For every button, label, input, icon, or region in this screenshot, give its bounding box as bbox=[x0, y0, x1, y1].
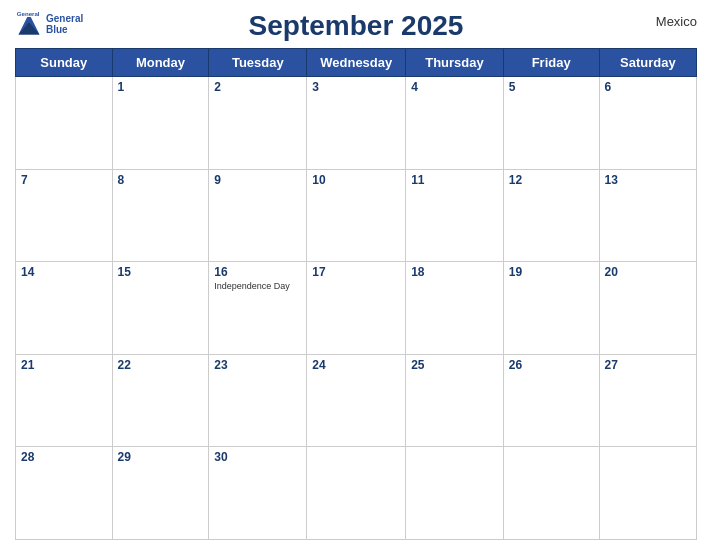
calendar-cell: 10 bbox=[307, 169, 406, 262]
calendar-cell: 9 bbox=[209, 169, 307, 262]
day-number: 16 bbox=[214, 265, 301, 279]
day-number: 14 bbox=[21, 265, 107, 279]
day-number: 29 bbox=[118, 450, 204, 464]
day-number: 28 bbox=[21, 450, 107, 464]
month-title: September 2025 bbox=[249, 10, 464, 42]
calendar-cell: 17 bbox=[307, 262, 406, 355]
calendar-cell: 8 bbox=[112, 169, 209, 262]
country-label: Mexico bbox=[656, 14, 697, 29]
header-tuesday: Tuesday bbox=[209, 49, 307, 77]
calendar-cell: 11 bbox=[406, 169, 504, 262]
calendar-cell: 12 bbox=[503, 169, 599, 262]
day-number: 13 bbox=[605, 173, 691, 187]
calendar-cell: 15 bbox=[112, 262, 209, 355]
days-header-row: Sunday Monday Tuesday Wednesday Thursday… bbox=[16, 49, 697, 77]
day-number: 15 bbox=[118, 265, 204, 279]
calendar-cell bbox=[16, 77, 113, 170]
logo-icon: General bbox=[15, 10, 43, 38]
svg-text:General: General bbox=[17, 10, 40, 17]
calendar-wrapper: General General Blue September 2025 Mexi… bbox=[0, 0, 712, 550]
calendar-cell: 24 bbox=[307, 354, 406, 447]
day-number: 30 bbox=[214, 450, 301, 464]
calendar-cell: 30 bbox=[209, 447, 307, 540]
calendar-header: General General Blue September 2025 Mexi… bbox=[15, 10, 697, 42]
logo-area: General General Blue bbox=[15, 10, 83, 38]
calendar-cell: 21 bbox=[16, 354, 113, 447]
day-number: 22 bbox=[118, 358, 204, 372]
calendar-table: Sunday Monday Tuesday Wednesday Thursday… bbox=[15, 48, 697, 540]
calendar-week-row: 141516Independence Day17181920 bbox=[16, 262, 697, 355]
day-number: 25 bbox=[411, 358, 498, 372]
calendar-cell: 22 bbox=[112, 354, 209, 447]
day-number: 12 bbox=[509, 173, 594, 187]
calendar-cell: 3 bbox=[307, 77, 406, 170]
calendar-cell bbox=[599, 447, 696, 540]
day-number: 5 bbox=[509, 80, 594, 94]
day-number: 24 bbox=[312, 358, 400, 372]
calendar-cell: 5 bbox=[503, 77, 599, 170]
day-number: 20 bbox=[605, 265, 691, 279]
day-number: 8 bbox=[118, 173, 204, 187]
calendar-week-row: 21222324252627 bbox=[16, 354, 697, 447]
calendar-week-row: 123456 bbox=[16, 77, 697, 170]
calendar-cell: 27 bbox=[599, 354, 696, 447]
calendar-cell bbox=[307, 447, 406, 540]
day-number: 9 bbox=[214, 173, 301, 187]
header-thursday: Thursday bbox=[406, 49, 504, 77]
header-monday: Monday bbox=[112, 49, 209, 77]
holiday-label: Independence Day bbox=[214, 281, 301, 291]
day-number: 27 bbox=[605, 358, 691, 372]
calendar-cell: 19 bbox=[503, 262, 599, 355]
logo-text: General Blue bbox=[46, 13, 83, 35]
calendar-cell: 13 bbox=[599, 169, 696, 262]
calendar-cell: 26 bbox=[503, 354, 599, 447]
calendar-cell: 18 bbox=[406, 262, 504, 355]
day-number: 10 bbox=[312, 173, 400, 187]
calendar-cell bbox=[406, 447, 504, 540]
day-number: 21 bbox=[21, 358, 107, 372]
calendar-cell: 7 bbox=[16, 169, 113, 262]
calendar-week-row: 78910111213 bbox=[16, 169, 697, 262]
day-number: 6 bbox=[605, 80, 691, 94]
calendar-cell: 1 bbox=[112, 77, 209, 170]
calendar-cell bbox=[503, 447, 599, 540]
day-number: 1 bbox=[118, 80, 204, 94]
header-friday: Friday bbox=[503, 49, 599, 77]
header-sunday: Sunday bbox=[16, 49, 113, 77]
calendar-cell: 14 bbox=[16, 262, 113, 355]
day-number: 11 bbox=[411, 173, 498, 187]
day-number: 4 bbox=[411, 80, 498, 94]
calendar-week-row: 282930 bbox=[16, 447, 697, 540]
day-number: 23 bbox=[214, 358, 301, 372]
day-number: 7 bbox=[21, 173, 107, 187]
day-number: 18 bbox=[411, 265, 498, 279]
calendar-cell: 20 bbox=[599, 262, 696, 355]
day-number: 17 bbox=[312, 265, 400, 279]
calendar-cell: 25 bbox=[406, 354, 504, 447]
calendar-cell: 2 bbox=[209, 77, 307, 170]
calendar-cell: 28 bbox=[16, 447, 113, 540]
header-wednesday: Wednesday bbox=[307, 49, 406, 77]
day-number: 2 bbox=[214, 80, 301, 94]
day-number: 26 bbox=[509, 358, 594, 372]
calendar-cell: 29 bbox=[112, 447, 209, 540]
header-saturday: Saturday bbox=[599, 49, 696, 77]
calendar-cell: 23 bbox=[209, 354, 307, 447]
calendar-cell: 6 bbox=[599, 77, 696, 170]
day-number: 19 bbox=[509, 265, 594, 279]
calendar-cell: 16Independence Day bbox=[209, 262, 307, 355]
calendar-cell: 4 bbox=[406, 77, 504, 170]
day-number: 3 bbox=[312, 80, 400, 94]
